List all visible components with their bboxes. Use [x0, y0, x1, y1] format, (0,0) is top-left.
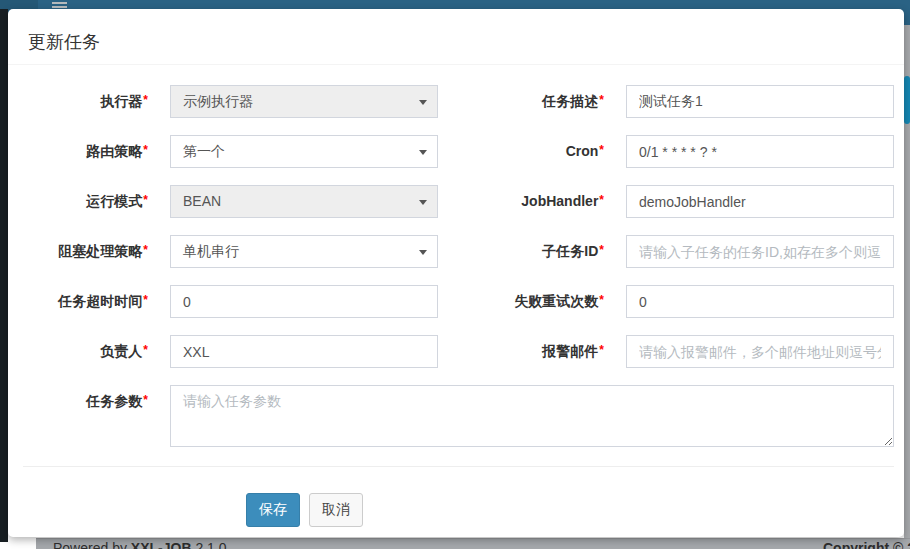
chevron-down-icon	[419, 200, 427, 205]
job-desc-input[interactable]	[626, 85, 894, 118]
required-mark: *	[599, 143, 604, 157]
modal-header: 更新任务	[8, 9, 904, 65]
route-strategy-select[interactable]: 第一个	[170, 135, 438, 168]
chevron-down-icon	[419, 100, 427, 105]
glue-type-selected-value: BEAN	[183, 193, 221, 209]
alarm-email-label: 报警邮件*	[448, 335, 616, 369]
glue-type-select: BEAN	[170, 185, 438, 218]
footer-brand: XXL-JOB	[131, 540, 192, 549]
author-label: 负责人*	[23, 335, 160, 369]
job-handler-input[interactable]	[626, 185, 894, 218]
required-mark: *	[599, 93, 604, 107]
chevron-down-icon	[419, 150, 427, 155]
required-mark: *	[599, 343, 604, 357]
block-strategy-select[interactable]: 单机串行	[170, 235, 438, 268]
executor-selected-value: 示例执行器	[183, 93, 253, 109]
sidebar-edge	[0, 9, 8, 542]
modal-body: 执行器* 示例执行器 任务描述* 路由策略* 第一个 Cron* 运行模式* B…	[8, 65, 904, 527]
executor-select: 示例执行器	[170, 85, 438, 118]
update-job-modal: 更新任务 执行器* 示例执行器 任务描述* 路由策略* 第一个 Cron* 运行…	[8, 9, 904, 537]
footer-powered-text: Powered by XXL-JOB 2.1.0	[53, 540, 227, 549]
required-mark: *	[143, 393, 148, 407]
required-mark: *	[599, 193, 604, 207]
footer-divider	[23, 466, 894, 467]
child-job-id-label: 子任务ID*	[448, 235, 616, 269]
job-desc-label: 任务描述*	[448, 85, 616, 119]
author-input[interactable]	[170, 335, 438, 368]
required-mark: *	[143, 143, 148, 157]
glue-type-label: 运行模式*	[23, 185, 160, 219]
required-mark: *	[143, 243, 148, 257]
modal-title: 更新任务	[28, 30, 884, 54]
block-strategy-selected-value: 单机串行	[183, 243, 239, 259]
page-footer: Powered by XXL-JOB 2.1.0 Copyright © 2	[36, 538, 910, 549]
child-job-id-input[interactable]	[626, 235, 894, 268]
job-param-textarea[interactable]	[170, 385, 894, 447]
save-button[interactable]: 保存	[246, 493, 300, 527]
alarm-email-input[interactable]	[626, 335, 894, 368]
timeout-label: 任务超时时间*	[23, 285, 160, 319]
block-strategy-label: 阻塞处理策略*	[23, 235, 160, 269]
required-mark: *	[143, 193, 148, 207]
fail-retry-label: 失败重试次数*	[448, 285, 616, 319]
cron-input[interactable]	[626, 135, 894, 168]
required-mark: *	[143, 93, 148, 107]
executor-label: 执行器*	[23, 85, 160, 119]
cron-label: Cron*	[448, 135, 616, 169]
route-strategy-label: 路由策略*	[23, 135, 160, 169]
required-mark: *	[143, 343, 148, 357]
timeout-input[interactable]	[170, 285, 438, 318]
modal-actions: 保存 取消	[23, 493, 894, 527]
fail-retry-input[interactable]	[626, 285, 894, 318]
update-job-form: 执行器* 示例执行器 任务描述* 路由策略* 第一个 Cron* 运行模式* B…	[23, 85, 889, 527]
cancel-button[interactable]: 取消	[309, 493, 363, 527]
chevron-down-icon	[419, 250, 427, 255]
job-handler-label: JobHandler*	[448, 185, 616, 219]
job-param-label: 任务参数*	[23, 385, 160, 419]
required-mark: *	[143, 293, 148, 307]
footer-copyright-text: Copyright © 2	[823, 540, 910, 549]
scrollbar-thumb[interactable]	[904, 76, 910, 124]
required-mark: *	[599, 243, 604, 257]
required-mark: *	[599, 293, 604, 307]
route-strategy-selected-value: 第一个	[183, 143, 225, 159]
